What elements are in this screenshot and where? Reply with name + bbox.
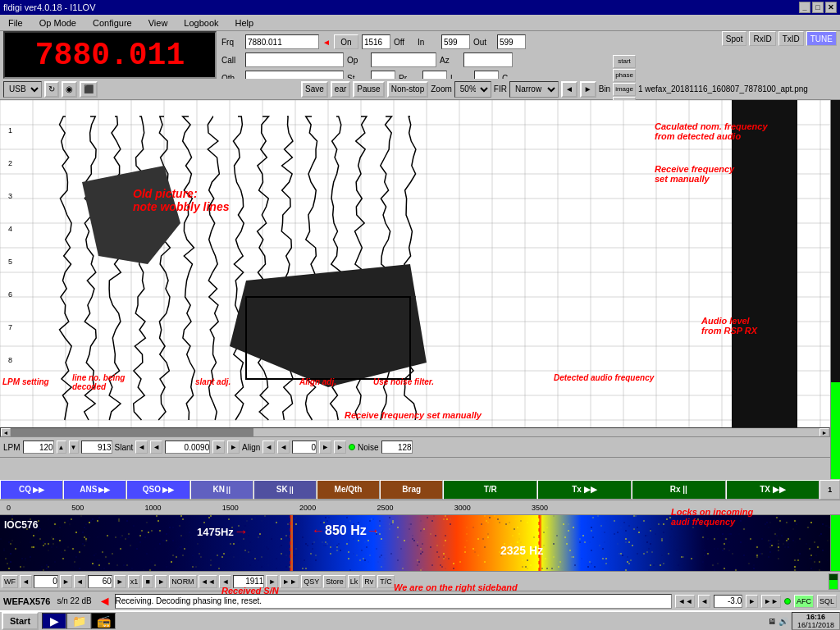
slant-prev[interactable]: ◄ (135, 441, 148, 454)
align-next2[interactable]: ► (334, 441, 346, 454)
toolbar-btn2[interactable]: ◉ (62, 81, 77, 98)
call-input[interactable] (245, 52, 344, 67)
align-prev[interactable]: ◄ (262, 441, 275, 454)
scroll-left[interactable]: ◄ (1, 428, 11, 436)
afc-fwd[interactable]: ►► (761, 595, 781, 608)
align-next[interactable]: ► (319, 441, 331, 454)
titlebar: fldigi ver4.0.18 - I1LOV _ □ ✕ (0, 0, 840, 15)
menu-help[interactable]: Help (231, 17, 259, 29)
mode-select[interactable]: USB (3, 81, 42, 98)
sql-button[interactable]: SQL (817, 595, 837, 608)
start-button[interactable]: Start (2, 612, 39, 630)
tune-button[interactable]: TUNE (806, 31, 837, 46)
slant-prev2[interactable]: ◄ (150, 441, 162, 454)
minimize-button[interactable]: _ (799, 2, 810, 13)
wf-rv[interactable]: Rv (362, 575, 376, 588)
menu-configure[interactable]: Configure (88, 17, 137, 29)
wf-val2[interactable] (88, 575, 112, 588)
lpm-input[interactable] (23, 441, 54, 454)
pause-button[interactable]: Pause (353, 81, 384, 98)
macro-kn[interactable]: KN || (190, 480, 253, 500)
taskbar-icon2[interactable]: 📁 (66, 613, 91, 629)
in-input[interactable] (441, 34, 470, 49)
macro-qso[interactable]: QSO ▶▶ (126, 480, 189, 500)
menu-opmode[interactable]: Op Mode (34, 17, 81, 29)
ear-button[interactable]: ear (331, 81, 350, 98)
noise-input[interactable] (381, 441, 413, 454)
menu-view[interactable]: View (144, 17, 173, 29)
wf-lk[interactable]: Lk (348, 575, 361, 588)
toolbar-btn3[interactable]: ⬛ (80, 81, 98, 98)
start-btn[interactable]: start (613, 55, 636, 68)
slant-next[interactable]: ► (212, 441, 225, 454)
rxid-button[interactable]: RxID (749, 31, 775, 46)
op-input[interactable] (371, 52, 436, 67)
afc-button[interactable]: AFC (794, 595, 814, 608)
out-input[interactable] (497, 34, 526, 49)
menu-file[interactable]: File (3, 17, 28, 29)
phase-btn[interactable]: phase (613, 69, 636, 82)
wf-tc[interactable]: T/C (377, 575, 395, 588)
wf-zoom[interactable]: x1 (128, 575, 141, 588)
wf-next[interactable]: ► (60, 575, 72, 588)
fir-select[interactable]: Narrow (509, 81, 559, 98)
waterfall[interactable]: IOC576 1475Hz → ← 850 Hz → 2325 Hz (0, 515, 830, 571)
fir-next[interactable]: ► (580, 81, 596, 98)
macro-brag[interactable]: Brag (380, 480, 443, 500)
off-input[interactable] (362, 34, 390, 49)
macro-sk[interactable]: SK || (253, 480, 317, 500)
zoom-select[interactable]: 50% (454, 81, 491, 98)
wf-rew[interactable]: ◄◄ (199, 575, 218, 588)
scroll-right[interactable]: ► (819, 428, 829, 436)
toolbar-refresh[interactable]: ↻ (44, 81, 59, 98)
taskbar-icon3[interactable]: 📻 (91, 613, 116, 629)
nonstop-button[interactable]: Non-stop (387, 81, 429, 98)
wf-freq[interactable] (233, 575, 264, 588)
status-prev[interactable]: ◄ (698, 595, 710, 608)
taskbar-icon1[interactable]: ▶ (42, 613, 66, 629)
maximize-button[interactable]: □ (812, 2, 824, 13)
wf-stop[interactable]: ■ (142, 575, 153, 588)
wf-norm[interactable]: NORM (169, 575, 197, 588)
align-prev2[interactable]: ◄ (277, 441, 290, 454)
wf-next2[interactable]: ► (114, 575, 126, 588)
status-rew[interactable]: ◄◄ (675, 595, 695, 608)
wf-qsy[interactable]: QSY (301, 575, 322, 588)
macro-cq[interactable]: CQ ▶▶ (0, 480, 63, 500)
txid-button[interactable]: TxID (778, 31, 804, 46)
afc-val[interactable] (714, 595, 742, 608)
macro-tx[interactable]: Tx ▶▶ (537, 480, 632, 500)
image-btn[interactable]: image (613, 83, 636, 96)
status-message[interactable] (115, 594, 673, 609)
wf-fwd[interactable]: ► (266, 575, 278, 588)
macro-rx[interactable]: Rx || (632, 480, 726, 500)
wf-prev[interactable]: ◄ (20, 575, 32, 588)
wf-mode[interactable]: WF (2, 575, 18, 588)
lpm-up[interactable]: ▲ (57, 441, 66, 454)
az-input[interactable] (463, 52, 513, 67)
wf-val1[interactable] (34, 575, 58, 588)
wf-prev2[interactable]: ◄ (74, 575, 86, 588)
afc-next[interactable]: ► (746, 595, 758, 608)
slant-input[interactable] (165, 441, 210, 454)
lpm-down[interactable]: ▼ (69, 441, 79, 454)
wf-rev[interactable]: ◄ (219, 575, 231, 588)
macro-tx2[interactable]: TX ▶▶ (726, 480, 820, 500)
menu-logbook[interactable]: Logbook (179, 17, 223, 29)
macro-ans[interactable]: ANS ▶▶ (63, 480, 126, 500)
macro-meqth[interactable]: Me/Qth (317, 480, 380, 500)
scroll-thumb[interactable] (11, 428, 253, 436)
close-button[interactable]: ✕ (825, 2, 837, 13)
slant-next2[interactable]: ► (227, 441, 240, 454)
wf-store[interactable]: Store (323, 575, 346, 588)
frq-input[interactable] (245, 34, 319, 49)
macro-tr[interactable]: T/R (443, 480, 537, 500)
on-button[interactable]: On (334, 34, 358, 49)
horizontal-scrollbar[interactable]: ◄ ► (0, 427, 830, 437)
save-button[interactable]: Save (301, 81, 328, 98)
line-input[interactable] (81, 441, 112, 454)
align-input[interactable] (292, 441, 317, 454)
wf-play[interactable]: ► (155, 575, 167, 588)
fir-prev[interactable]: ◄ (561, 81, 578, 98)
wf-fwd2[interactable]: ►► (280, 575, 299, 588)
